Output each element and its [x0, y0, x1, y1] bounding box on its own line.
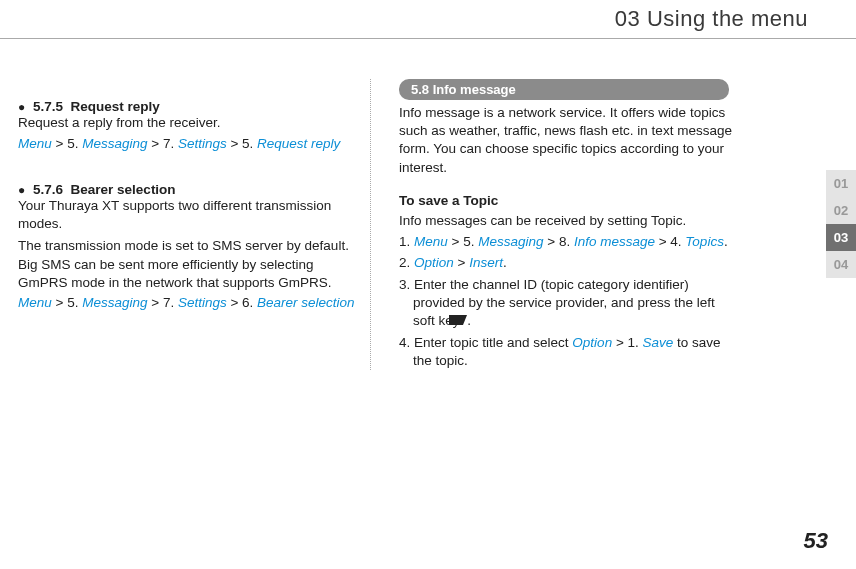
- step-3: 3. Enter the channel ID (topic category …: [399, 276, 738, 331]
- step-2: 2. Option > Insert.: [399, 254, 738, 272]
- path-topics: Topics: [685, 234, 724, 249]
- page-number: 53: [804, 528, 828, 554]
- section-58-intro: Info message is a network service. It of…: [399, 104, 738, 177]
- section-576-num: 5.7.6: [33, 182, 63, 197]
- path-request-reply: Request reply: [257, 136, 340, 151]
- path-insert: Insert: [469, 255, 503, 270]
- body-columns: ● 5.7.5 Request reply Request a reply fr…: [0, 39, 856, 370]
- tab-01[interactable]: 01: [826, 170, 856, 197]
- path-option: Option: [572, 335, 612, 350]
- chapter-title: 03 Using the menu: [615, 6, 808, 31]
- left-column: ● 5.7.5 Request reply Request a reply fr…: [0, 79, 370, 370]
- path-save: Save: [643, 335, 674, 350]
- bullet-icon: ●: [18, 100, 25, 114]
- step-1: 1. Menu > 5. Messaging > 8. Info message…: [399, 233, 738, 251]
- path-bearer-selection: Bearer selection: [257, 295, 355, 310]
- path-menu: Menu: [18, 136, 52, 151]
- right-column: 5.8 Info message Info message is a netwo…: [370, 79, 750, 370]
- section-576-header: ● 5.7.6 Bearer selection: [18, 182, 358, 197]
- path-option: Option: [414, 255, 454, 270]
- section-575-title: Request reply: [71, 99, 160, 114]
- step-3-text-a: 3. Enter the channel ID (topic category …: [399, 277, 715, 328]
- path-menu: Menu: [414, 234, 448, 249]
- step-3-text-b: .: [467, 313, 471, 328]
- section-575-header: ● 5.7.5 Request reply: [18, 99, 358, 114]
- save-topic-lead: Info messages can be received by setting…: [399, 212, 738, 230]
- save-topic-subhead: To save a Topic: [399, 193, 738, 208]
- tab-03[interactable]: 03: [826, 224, 856, 251]
- section-575-body: Request a reply from the receiver.: [18, 114, 358, 132]
- section-575-path: Menu > 5. Messaging > 7. Settings > 5. R…: [18, 135, 358, 154]
- page-header: 03 Using the menu: [0, 0, 856, 32]
- path-settings: Settings: [178, 136, 227, 151]
- path-info-message: Info message: [574, 234, 655, 249]
- section-58-pill: 5.8 Info message: [399, 79, 729, 100]
- tab-04[interactable]: 04: [826, 251, 856, 278]
- section-575-num: 5.7.5: [33, 99, 63, 114]
- path-menu: Menu: [18, 295, 52, 310]
- section-576-path: Menu > 5. Messaging > 7. Settings > 6. B…: [18, 294, 358, 313]
- path-settings: Settings: [178, 295, 227, 310]
- section-576-body2: The transmission mode is set to SMS serv…: [18, 237, 358, 292]
- tab-02[interactable]: 02: [826, 197, 856, 224]
- section-576-title: Bearer selection: [71, 182, 176, 197]
- path-messaging: Messaging: [82, 136, 147, 151]
- chapter-tabs: 01 02 03 04: [826, 170, 856, 278]
- step-4: 4. Enter topic title and select Option >…: [399, 334, 738, 370]
- path-messaging: Messaging: [478, 234, 543, 249]
- path-messaging: Messaging: [82, 295, 147, 310]
- section-576-body1: Your Thuraya XT supports two different t…: [18, 197, 358, 233]
- bullet-icon: ●: [18, 183, 25, 197]
